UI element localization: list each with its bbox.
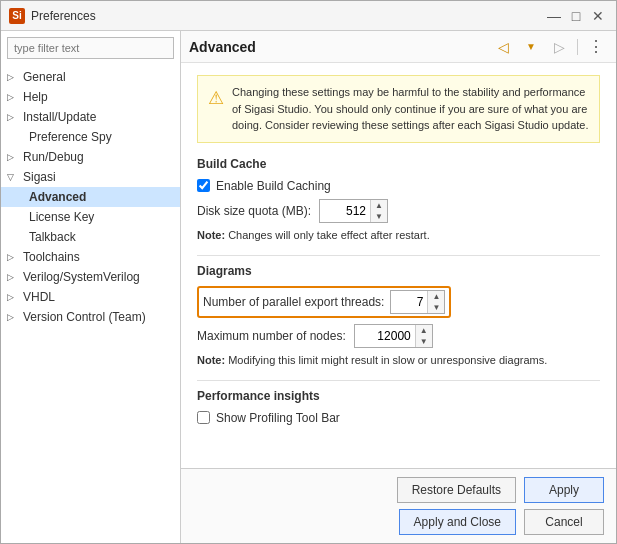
cancel-button[interactable]: Cancel xyxy=(524,509,604,535)
diagrams-note: Note: Modifying this limit might result … xyxy=(197,354,600,366)
performance-section: Performance insights Show Profiling Tool… xyxy=(197,389,600,425)
max-nodes-input[interactable]: 12000 xyxy=(355,327,415,345)
performance-title: Performance insights xyxy=(197,389,600,403)
parallel-threads-row: Number of parallel export threads: 7 ▲ ▼ xyxy=(197,286,600,318)
warning-icon: ⚠ xyxy=(208,85,224,134)
max-nodes-row: Maximum number of nodes: 12000 ▲ ▼ xyxy=(197,324,600,348)
panel-title: Advanced xyxy=(189,39,487,55)
forward-button[interactable]: ▷ xyxy=(547,35,571,59)
preferences-window: Si Preferences — □ ✕ ▷ General ▷ Help xyxy=(0,0,617,544)
show-profiling-label: Show Profiling Tool Bar xyxy=(216,411,340,425)
sidebar-item-sigasi[interactable]: ▽ Sigasi xyxy=(1,167,180,187)
warning-box: ⚠ Changing these settings may be harmful… xyxy=(197,75,600,143)
spinbox-arrows: ▲ ▼ xyxy=(415,325,432,347)
section-divider xyxy=(197,255,600,256)
parallel-threads-label: Number of parallel export threads: xyxy=(203,295,384,309)
sidebar-item-toolchains[interactable]: ▷ Toolchains xyxy=(1,247,180,267)
arrow-icon: ▽ xyxy=(7,172,19,182)
main-content: ▷ General ▷ Help ▷ Install/Update Prefer… xyxy=(1,31,616,543)
apply-button[interactable]: Apply xyxy=(524,477,604,503)
max-nodes-spinbox[interactable]: 12000 ▲ ▼ xyxy=(354,324,433,348)
arrow-icon: ▷ xyxy=(7,272,19,282)
filter-input[interactable] xyxy=(7,37,174,59)
build-cache-section: Build Cache Enable Build Caching Disk si… xyxy=(197,157,600,241)
titlebar: Si Preferences — □ ✕ xyxy=(1,1,616,31)
arrow-icon: ▷ xyxy=(7,92,19,102)
arrow-icon: ▷ xyxy=(7,72,19,82)
arrow-icon: ▷ xyxy=(7,312,19,322)
sidebar-item-install-update[interactable]: ▷ Install/Update xyxy=(1,107,180,127)
panel-body: ⚠ Changing these settings may be harmful… xyxy=(181,63,616,468)
enable-caching-row: Enable Build Caching xyxy=(197,179,600,193)
build-cache-title: Build Cache xyxy=(197,157,600,171)
sidebar-item-vhdl[interactable]: ▷ VHDL xyxy=(1,287,180,307)
enable-caching-checkbox[interactable] xyxy=(197,179,210,192)
sidebar-item-version-control[interactable]: ▷ Version Control (Team) xyxy=(1,307,180,327)
spin-up-button[interactable]: ▲ xyxy=(371,200,387,211)
diagrams-section: Diagrams Number of parallel export threa… xyxy=(197,264,600,366)
app-icon: Si xyxy=(9,8,25,24)
tree: ▷ General ▷ Help ▷ Install/Update Prefer… xyxy=(1,65,180,543)
max-nodes-label: Maximum number of nodes: xyxy=(197,329,346,343)
disk-size-row: Disk size quota (MB): 512 ▲ ▼ xyxy=(197,199,600,223)
sidebar: ▷ General ▷ Help ▷ Install/Update Prefer… xyxy=(1,31,181,543)
restore-defaults-button[interactable]: Restore Defaults xyxy=(397,477,516,503)
spin-up-button[interactable]: ▲ xyxy=(416,325,432,336)
window-title: Preferences xyxy=(31,9,96,23)
sidebar-item-run-debug[interactable]: ▷ Run/Debug xyxy=(1,147,180,167)
titlebar-controls: — □ ✕ xyxy=(544,6,608,26)
right-panel: Advanced ◁ ▼ ▷ ⋮ ⚠ Changing these settin… xyxy=(181,31,616,543)
disk-size-input[interactable]: 512 xyxy=(320,202,370,220)
warning-text: Changing these settings may be harmful t… xyxy=(232,84,589,134)
spin-down-button[interactable]: ▼ xyxy=(428,302,444,313)
diagrams-title: Diagrams xyxy=(197,264,600,278)
close-button[interactable]: ✕ xyxy=(588,6,608,26)
sidebar-item-advanced[interactable]: Advanced xyxy=(1,187,180,207)
back-button[interactable]: ◁ xyxy=(491,35,515,59)
apply-and-close-button[interactable]: Apply and Close xyxy=(399,509,516,535)
enable-caching-label: Enable Build Caching xyxy=(216,179,331,193)
menu-button[interactable]: ⋮ xyxy=(584,35,608,59)
section-divider2 xyxy=(197,380,600,381)
parallel-threads-input[interactable]: 7 xyxy=(391,293,427,311)
panel-toolbar: Advanced ◁ ▼ ▷ ⋮ xyxy=(181,31,616,63)
sidebar-item-talkback[interactable]: Talkback xyxy=(1,227,180,247)
maximize-button[interactable]: □ xyxy=(566,6,586,26)
minimize-button[interactable]: — xyxy=(544,6,564,26)
arrow-icon: ▷ xyxy=(7,112,19,122)
parallel-threads-highlighted: Number of parallel export threads: 7 ▲ ▼ xyxy=(197,286,451,318)
dropdown-button[interactable]: ▼ xyxy=(519,35,543,59)
bottom-row2: Apply and Close Cancel xyxy=(193,509,604,535)
spinbox-arrows: ▲ ▼ xyxy=(427,291,444,313)
sidebar-item-preference-spy[interactable]: Preference Spy xyxy=(1,127,180,147)
titlebar-left: Si Preferences xyxy=(9,8,96,24)
sidebar-item-help[interactable]: ▷ Help xyxy=(1,87,180,107)
bottom-row1: Restore Defaults Apply xyxy=(193,477,604,503)
toolbar-separator xyxy=(577,39,578,55)
disk-size-label: Disk size quota (MB): xyxy=(197,204,311,218)
show-profiling-row: Show Profiling Tool Bar xyxy=(197,411,600,425)
show-profiling-checkbox[interactable] xyxy=(197,411,210,424)
arrow-icon: ▷ xyxy=(7,292,19,302)
sidebar-item-license-key[interactable]: License Key xyxy=(1,207,180,227)
arrow-icon: ▷ xyxy=(7,152,19,162)
spin-down-button[interactable]: ▼ xyxy=(371,211,387,222)
spin-down-button[interactable]: ▼ xyxy=(416,336,432,347)
sidebar-item-general[interactable]: ▷ General xyxy=(1,67,180,87)
spin-up-button[interactable]: ▲ xyxy=(428,291,444,302)
sidebar-item-verilog[interactable]: ▷ Verilog/SystemVerilog xyxy=(1,267,180,287)
build-cache-note: Note: Changes will only take effect afte… xyxy=(197,229,600,241)
disk-size-spinbox[interactable]: 512 ▲ ▼ xyxy=(319,199,388,223)
spinbox-arrows: ▲ ▼ xyxy=(370,200,387,222)
arrow-icon: ▷ xyxy=(7,252,19,262)
parallel-threads-spinbox[interactable]: 7 ▲ ▼ xyxy=(390,290,445,314)
bottom-bar: Restore Defaults Apply Apply and Close C… xyxy=(181,468,616,543)
